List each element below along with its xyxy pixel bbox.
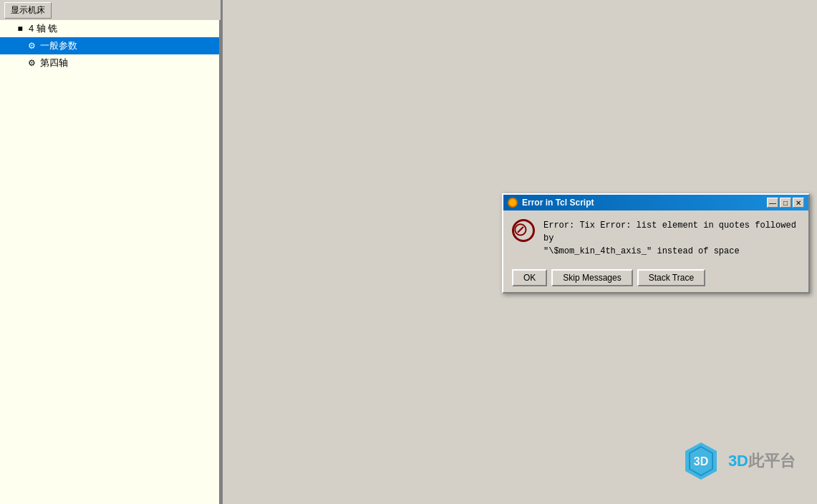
toolbar: 显示机床 (0, 0, 222, 20)
tree-label-fourth-axis: 第四轴 (40, 57, 68, 69)
error-icon (512, 219, 535, 242)
root-icon: ■ (14, 23, 26, 34)
tree-item-general-params[interactable]: ⚙ 一般参数 (0, 37, 219, 54)
minimize-button[interactable]: — (767, 198, 778, 208)
tree-label-general-params: 一般参数 (40, 39, 77, 52)
dialog-title-icon (508, 198, 518, 208)
dialog-titlebar: Error in Tcl Script — □ ✕ (503, 195, 808, 210)
error-dialog: Error in Tcl Script — □ ✕ Error: Tix Err… (502, 193, 810, 294)
tree-root-label: 4 轴 铣 (29, 22, 57, 35)
stack-trace-button[interactable]: Stack Trace (637, 269, 705, 286)
svg-text:3D: 3D (694, 455, 708, 467)
dialog-content: Error: Tix Error: list element in quotes… (512, 219, 800, 258)
tree-item-fourth-axis[interactable]: ⚙ 第四轴 (0, 54, 219, 72)
show-machine-button[interactable]: 显示机床 (4, 2, 52, 19)
logo-hexagon: 3D (680, 440, 722, 483)
gear-icon-general: ⚙ (26, 40, 37, 52)
skip-messages-button[interactable]: Skip Messages (551, 269, 632, 286)
close-button[interactable]: ✕ (793, 198, 804, 208)
dialog-title-left: Error in Tcl Script (508, 198, 594, 208)
gear-icon-fourth: ⚙ (26, 57, 37, 69)
error-line2: "\$mom_kin_4th_axis_" instead of space (543, 245, 800, 258)
watermark-text: 3D此平台 (728, 450, 796, 472)
ok-button[interactable]: OK (512, 269, 547, 286)
error-text: Error: Tix Error: list element in quotes… (543, 219, 800, 258)
dialog-body: Error: Tix Error: list element in quotes… (503, 210, 808, 292)
left-panel: ■ 4 轴 铣 ⚙ 一般参数 ⚙ 第四轴 (0, 20, 221, 504)
maximize-button[interactable]: □ (780, 198, 791, 208)
error-line1: Error: Tix Error: list element in quotes… (543, 219, 800, 245)
right-panel: Error in Tcl Script — □ ✕ Error: Tix Err… (223, 0, 817, 504)
tree-root[interactable]: ■ 4 轴 铣 (0, 20, 219, 37)
watermark: 3D 3D此平台 (680, 440, 796, 483)
dialog-buttons: OK Skip Messages Stack Trace (512, 269, 800, 286)
dialog-title-controls: — □ ✕ (767, 198, 804, 208)
dialog-title-text: Error in Tcl Script (522, 198, 594, 208)
